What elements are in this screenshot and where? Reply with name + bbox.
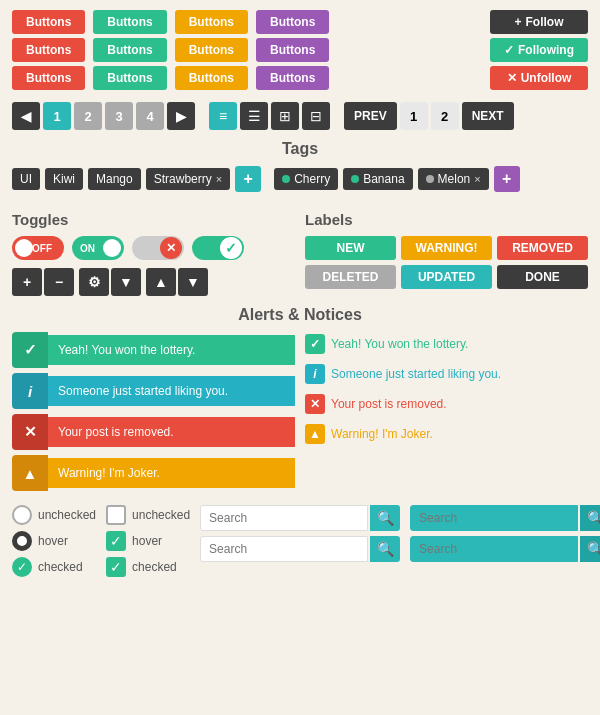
search-row-1: 🔍 <box>200 505 400 531</box>
purple-btn-1[interactable]: Buttons <box>256 10 329 34</box>
toggles-row: OFF ON ✕ ✓ <box>12 236 295 260</box>
nav-page-2[interactable]: 2 <box>431 102 459 130</box>
square-hover[interactable]: ✓ <box>106 531 126 551</box>
search-button-3[interactable]: 🔍 <box>580 505 600 531</box>
toggle-x[interactable]: ✕ <box>132 236 184 260</box>
warning-icon: ▲ <box>12 455 48 491</box>
tag-ui[interactable]: UI <box>12 168 40 190</box>
circle-unchecked-item: unchecked <box>12 505 96 525</box>
dropdown-button[interactable]: ▼ <box>111 268 141 296</box>
circle-checked[interactable]: ✓ <box>12 557 32 577</box>
orange-btn-1[interactable]: Buttons <box>175 10 248 34</box>
cherry-dot-icon <box>282 175 290 183</box>
circle-hover-item: hover <box>12 531 96 551</box>
tag-melon[interactable]: Melon × <box>418 168 489 190</box>
prev-button[interactable]: PREV <box>344 102 397 130</box>
melon-dot-icon <box>426 175 434 183</box>
bottom-row: unchecked hover ✓ checked unchecked ✓ ho… <box>0 499 600 583</box>
tile-view-button[interactable]: ⊟ <box>302 102 330 130</box>
toggle-off[interactable]: OFF <box>12 236 64 260</box>
square-checked-label: checked <box>132 560 177 574</box>
inline-success: ✓ Yeah! You won the lottery. <box>305 334 588 354</box>
detail-view-button[interactable]: ☰ <box>240 102 268 130</box>
x-icon: ✕ <box>507 71 517 85</box>
warning-text: Warning! I'm Joker. <box>48 458 295 488</box>
page-2-button[interactable]: 2 <box>74 102 102 130</box>
page-4-button[interactable]: 4 <box>136 102 164 130</box>
list-view-button[interactable]: ≡ <box>209 102 237 130</box>
page-3-button[interactable]: 3 <box>105 102 133 130</box>
label-warning[interactable]: WARNING! <box>401 236 492 260</box>
circle-unchecked-label: unchecked <box>38 508 96 522</box>
mini-button-groups: + − ⚙ ▼ ▲ ▼ <box>12 268 295 296</box>
circle-hover[interactable] <box>12 531 32 551</box>
down-button[interactable]: ▼ <box>178 268 208 296</box>
tags-section: Tags UI Kiwi Mango Strawberry × + Cherry… <box>0 136 600 205</box>
inline-danger: ✕ Your post is removed. <box>305 394 588 414</box>
label-done[interactable]: DONE <box>497 265 588 289</box>
green-btn-3[interactable]: Buttons <box>93 66 166 90</box>
unfollow-button[interactable]: ✕Unfollow <box>490 66 588 90</box>
green-btn-2[interactable]: Buttons <box>93 38 166 62</box>
tag-cherry[interactable]: Cherry <box>274 168 338 190</box>
tag-kiwi[interactable]: Kiwi <box>45 168 83 190</box>
gear-dropdown-group: ⚙ ▼ <box>79 268 141 296</box>
search-input-3[interactable] <box>410 505 578 531</box>
red-btn-1[interactable]: Buttons <box>12 10 85 34</box>
alerts-section: Alerts & Notices ✓ Yeah! You won the lot… <box>0 302 600 499</box>
search-button-4[interactable]: 🔍 <box>580 536 600 562</box>
label-removed[interactable]: REMOVED <box>497 236 588 260</box>
add-tag-button[interactable]: + <box>235 166 261 192</box>
plus-button[interactable]: + <box>12 268 42 296</box>
next-arrow-button[interactable]: ▶ <box>167 102 195 130</box>
page-1-button[interactable]: 1 <box>43 102 71 130</box>
labels-title: Labels <box>305 211 588 228</box>
circle-unchecked[interactable] <box>12 505 32 525</box>
square-checked[interactable]: ✓ <box>106 557 126 577</box>
search-input-1[interactable] <box>200 505 368 531</box>
red-btn-3[interactable]: Buttons <box>12 66 85 90</box>
next-button[interactable]: NEXT <box>462 102 514 130</box>
grid-view-button[interactable]: ⊞ <box>271 102 299 130</box>
button-col-purple: Buttons Buttons Buttons <box>256 10 329 90</box>
search-button-1[interactable]: 🔍 <box>370 505 400 531</box>
inline-danger-icon: ✕ <box>305 394 325 414</box>
square-unchecked[interactable] <box>106 505 126 525</box>
toggle-off-label: OFF <box>32 243 52 254</box>
label-updated[interactable]: UPDATED <box>401 265 492 289</box>
search-row-4: 🔍 <box>410 536 600 562</box>
toggle-on-label: ON <box>80 243 95 254</box>
banana-dot-icon <box>351 175 359 183</box>
label-new[interactable]: NEW <box>305 236 396 260</box>
orange-btn-2[interactable]: Buttons <box>175 38 248 62</box>
add-tag-2-button[interactable]: + <box>494 166 520 192</box>
minus-button[interactable]: − <box>44 268 74 296</box>
up-button[interactable]: ▲ <box>146 268 176 296</box>
following-button[interactable]: ✓Following <box>490 38 588 62</box>
tag-strawberry[interactable]: Strawberry × <box>146 168 230 190</box>
toggles-column: Toggles OFF ON ✕ ✓ + − <box>12 211 295 296</box>
purple-btn-3[interactable]: Buttons <box>256 66 329 90</box>
red-btn-2[interactable]: Buttons <box>12 38 85 62</box>
danger-text: Your post is removed. <box>48 417 295 447</box>
search-button-2[interactable]: 🔍 <box>370 536 400 562</box>
search-input-2[interactable] <box>200 536 368 562</box>
orange-btn-3[interactable]: Buttons <box>175 66 248 90</box>
view-options: ≡ ☰ ⊞ ⊟ <box>209 102 330 130</box>
prev-arrow-button[interactable]: ◀ <box>12 102 40 130</box>
nav-page-1[interactable]: 1 <box>400 102 428 130</box>
plus-icon: + <box>514 15 521 29</box>
tag-mango[interactable]: Mango <box>88 168 141 190</box>
alerts-title: Alerts & Notices <box>12 306 588 324</box>
inline-info: i Someone just started liking you. <box>305 364 588 384</box>
label-deleted[interactable]: DELETED <box>305 265 396 289</box>
follow-button[interactable]: +Follow <box>490 10 588 34</box>
toggle-on[interactable]: ON <box>72 236 124 260</box>
search-input-4[interactable] <box>410 536 578 562</box>
circle-checked-label: checked <box>38 560 83 574</box>
green-btn-1[interactable]: Buttons <box>93 10 166 34</box>
gear-button[interactable]: ⚙ <box>79 268 109 296</box>
tag-banana[interactable]: Banana <box>343 168 412 190</box>
toggle-check[interactable]: ✓ <box>192 236 244 260</box>
purple-btn-2[interactable]: Buttons <box>256 38 329 62</box>
